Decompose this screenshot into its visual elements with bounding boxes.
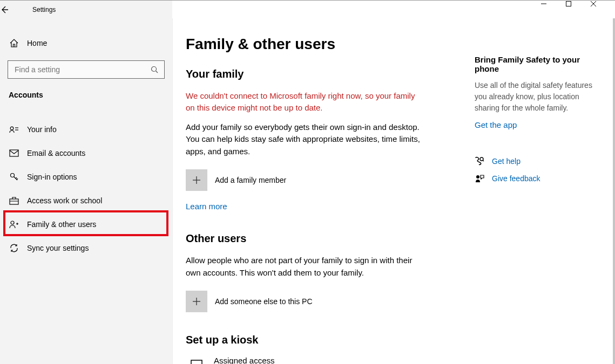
get-help-link[interactable]: Get help <box>475 156 604 166</box>
plus-icon <box>186 291 207 312</box>
add-family-label: Add a family member <box>215 176 286 184</box>
other-users-heading: Other users <box>186 232 448 245</box>
learn-more-link[interactable]: Learn more <box>186 202 448 211</box>
sidebar-item-work[interactable]: Access work or school <box>0 189 172 212</box>
give-feedback-link[interactable]: Give feedback <box>475 174 604 183</box>
add-family-member-button[interactable]: Add a family member <box>186 169 448 191</box>
back-button[interactable] <box>0 5 22 14</box>
sidebar: Home Accounts Your info Email & accounts <box>0 18 173 364</box>
page-title: Family & other users <box>186 36 448 53</box>
assigned-access-button[interactable]: Assigned access Set up this device as a … <box>186 356 448 364</box>
promo-title: Bring Family Safety to your phone <box>475 55 604 73</box>
sidebar-item-label: Email & accounts <box>27 149 85 157</box>
family-error-text: We couldn't connect to Microsoft family … <box>186 90 423 114</box>
plus-icon <box>186 169 207 191</box>
minimize-button[interactable] <box>540 1 565 19</box>
sidebar-item-label: Access work or school <box>27 196 102 205</box>
add-other-label: Add someone else to this PC <box>215 297 313 306</box>
svg-rect-9 <box>10 199 18 204</box>
search-input[interactable] <box>13 65 151 74</box>
close-button[interactable] <box>590 1 615 19</box>
people-icon <box>9 220 19 229</box>
sidebar-section-label: Accounts <box>9 91 172 99</box>
person-card-icon <box>9 126 19 133</box>
promo-body: Use all of the digital safety features y… <box>475 80 604 114</box>
svg-line-21 <box>483 160 484 161</box>
search-icon <box>151 66 159 74</box>
svg-point-4 <box>10 127 13 130</box>
sidebar-item-email[interactable]: Email & accounts <box>0 141 172 165</box>
svg-point-22 <box>476 175 479 178</box>
window-controls <box>540 1 615 19</box>
svg-rect-17 <box>191 360 202 364</box>
kiosk-heading: Set up a kiosk <box>186 334 448 346</box>
kiosk-icon <box>186 356 207 364</box>
home-icon <box>9 38 19 48</box>
get-help-label: Get help <box>492 157 521 166</box>
sidebar-home-label: Home <box>27 39 47 47</box>
sidebar-item-label: Your info <box>27 125 57 134</box>
svg-rect-7 <box>10 150 18 156</box>
titlebar: Settings <box>0 0 615 18</box>
key-icon <box>9 172 19 182</box>
mail-icon <box>9 149 19 157</box>
app-title: Settings <box>32 6 56 13</box>
maximize-button[interactable] <box>565 1 590 19</box>
family-heading: Your family <box>186 68 448 80</box>
main-content: Family & other users Your family We coul… <box>173 18 469 364</box>
search-box[interactable] <box>8 60 165 79</box>
sync-icon <box>9 243 19 253</box>
right-pane: Bring Family Safety to your phone Use al… <box>469 18 615 364</box>
sidebar-item-sync[interactable]: Sync your settings <box>0 236 172 260</box>
svg-point-10 <box>11 221 14 224</box>
give-feedback-label: Give feedback <box>492 174 540 183</box>
svg-line-3 <box>156 71 158 73</box>
feedback-icon <box>475 174 486 183</box>
briefcase-icon <box>9 196 19 205</box>
sidebar-item-your-info[interactable]: Your info <box>0 118 172 141</box>
sidebar-item-family[interactable]: Family & other users <box>0 212 172 236</box>
svg-point-2 <box>152 66 157 71</box>
sidebar-item-label: Sign-in options <box>27 173 77 181</box>
svg-rect-1 <box>566 2 571 6</box>
sidebar-home[interactable]: Home <box>0 31 172 55</box>
add-other-user-button[interactable]: Add someone else to this PC <box>186 291 448 312</box>
sidebar-item-signin[interactable]: Sign-in options <box>0 165 172 189</box>
scrollbar[interactable] <box>613 18 615 364</box>
get-app-link[interactable]: Get the app <box>475 120 604 129</box>
assigned-access-title: Assigned access <box>214 356 406 364</box>
other-users-body: Allow people who are not part of your fa… <box>186 255 423 279</box>
sidebar-item-label: Family & other users <box>27 220 96 229</box>
sidebar-item-label: Sync your settings <box>27 244 89 252</box>
help-icon <box>475 156 486 166</box>
svg-point-8 <box>11 174 15 177</box>
family-body-text: Add your family so everybody gets their … <box>186 121 423 158</box>
